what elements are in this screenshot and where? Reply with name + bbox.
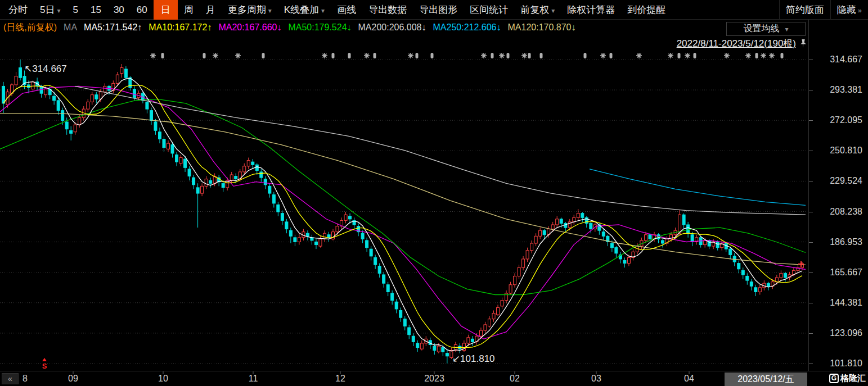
candle-body — [471, 339, 474, 342]
event-burst-icon[interactable] — [761, 53, 766, 58]
candle-body — [344, 215, 347, 220]
event-pill-icon[interactable] — [781, 53, 784, 58]
candle-body — [691, 235, 694, 242]
candlestick-chart-canvas[interactable]: ↖314.667↙101.810S — [0, 0, 808, 371]
candle-body — [615, 248, 618, 253]
price-axis-label: 208.238 — [830, 206, 862, 217]
burst-center — [483, 55, 485, 57]
time-axis-label: 12 — [335, 371, 345, 386]
toolbar-item-more-periods[interactable]: 更多周期▾ — [222, 0, 278, 20]
candle-body — [573, 217, 575, 222]
toolbar-item-timeframe-intraday[interactable]: 分时 — [2, 0, 34, 20]
toolbar-item-timeframe-weekly[interactable]: 周 — [178, 0, 200, 20]
date-range-link[interactable]: 2022/8/11-2023/5/12(190根) — [677, 37, 796, 50]
event-burst-icon[interactable] — [481, 53, 487, 58]
event-pill-icon[interactable] — [416, 53, 419, 58]
toolbar-right-group: 简约版面隐藏» — [779, 0, 868, 20]
event-burst-icon[interactable] — [745, 53, 751, 58]
toolbar-item-draw-line[interactable]: 画线 — [331, 0, 362, 20]
event-pill-icon[interactable] — [203, 53, 206, 58]
price-axis-label: 293.381 — [830, 84, 862, 96]
s-event-marker[interactable]: S — [42, 362, 47, 370]
event-burst-icon[interactable] — [600, 53, 606, 58]
event-pill-icon[interactable] — [755, 53, 758, 58]
event-burst-icon[interactable] — [213, 53, 218, 58]
toolbar-item-adjust-forward[interactable]: 前复权▾ — [514, 0, 561, 20]
candle-body — [251, 162, 254, 165]
candle-body — [222, 183, 224, 188]
toolbar-item-timeframe-30min[interactable]: 30 — [107, 0, 131, 20]
event-pill-icon[interactable] — [610, 53, 613, 58]
toolbar-item-kline-overlay[interactable]: K线叠加▾ — [278, 0, 331, 20]
event-pill-icon[interactable] — [507, 53, 510, 58]
candle-body — [44, 89, 47, 95]
time-axis-label: 02 — [510, 371, 520, 386]
toolbar-item-timeframe-daily[interactable]: 日 — [154, 0, 178, 20]
event-burst-icon[interactable] — [408, 53, 413, 58]
pin-icon[interactable] — [798, 39, 808, 48]
toolbar-item-timeframe-15min[interactable]: 15 — [84, 0, 107, 20]
ma200-value: MA200:206.008↓ — [358, 22, 426, 32]
event-pill-icon[interactable] — [374, 53, 376, 58]
event-burst-icon[interactable] — [364, 53, 370, 58]
toolbar-left-group: 分时5日▾5153060日周月更多周期▾K线叠加▾画线导出数据导出图形区间统计前… — [2, 0, 672, 20]
event-pill-icon[interactable] — [528, 53, 531, 58]
event-burst-icon[interactable] — [521, 53, 527, 58]
event-pill-icon[interactable] — [348, 53, 351, 58]
toolbar-item-timeframe-60min[interactable]: 60 — [131, 0, 154, 20]
event-pill-icon[interactable] — [491, 53, 494, 58]
burst-center — [771, 55, 773, 57]
ma10-value: MA10:167.172↑ — [149, 22, 212, 32]
event-pill-icon[interactable] — [332, 53, 335, 58]
candle-body — [501, 301, 503, 306]
candle-body — [370, 249, 372, 256]
candle-body — [610, 243, 613, 248]
candle-body — [176, 155, 178, 162]
event-burst-icon[interactable] — [724, 53, 730, 58]
candle-body — [133, 89, 136, 98]
event-markers-layer — [150, 53, 784, 58]
candle-body — [509, 285, 512, 293]
toolbar-item-export-data[interactable]: 导出数据 — [362, 0, 413, 20]
candle-body — [687, 225, 690, 233]
event-burst-icon[interactable] — [769, 53, 775, 58]
event-burst-icon[interactable] — [636, 53, 642, 58]
pager-left-button[interactable]: « — [2, 373, 19, 384]
candle-body — [230, 175, 233, 180]
candle-body — [678, 215, 681, 233]
candle-body — [497, 307, 500, 315]
candle-body — [467, 338, 470, 343]
toolbar-item-exright-calculator[interactable]: 除权计算器 — [561, 0, 621, 20]
event-pill-icon[interactable] — [540, 53, 543, 58]
event-pill-icon[interactable] — [431, 53, 434, 58]
event-burst-icon[interactable] — [499, 53, 505, 58]
ma-settings-button[interactable]: 设置均线 ▾ — [726, 22, 806, 36]
candle-body — [95, 95, 98, 99]
toolbar-item-hide-panel[interactable]: 隐藏» — [830, 0, 868, 20]
candle-body — [154, 122, 157, 130]
event-pill-icon[interactable] — [694, 53, 696, 58]
burst-center — [152, 55, 154, 57]
toolbar-item-export-image[interactable]: 导出图形 — [413, 0, 464, 20]
event-burst-icon[interactable] — [685, 53, 690, 58]
event-burst-icon[interactable] — [235, 53, 241, 58]
toolbar-item-range-stats[interactable]: 区间统计 — [464, 0, 514, 20]
event-pill-icon[interactable] — [584, 53, 587, 58]
toolbar-item-timeframe-5min[interactable]: 5 — [67, 0, 84, 20]
price-axis-tick — [809, 120, 813, 121]
event-pill-icon[interactable] — [678, 53, 681, 58]
toolbar-item-timeframe-5day[interactable]: 5日▾ — [34, 0, 67, 20]
event-burst-icon[interactable] — [322, 53, 327, 58]
event-burst-icon[interactable] — [150, 53, 156, 58]
event-burst-icon[interactable] — [668, 53, 673, 58]
toolbar-item-price-alert[interactable]: 到价提醒 — [621, 0, 672, 20]
s-event-triangle-icon[interactable] — [42, 358, 47, 361]
price-axis-tick — [809, 242, 813, 243]
ma-line-ma250 — [590, 169, 806, 206]
event-pill-icon[interactable] — [262, 53, 265, 58]
burst-center — [214, 55, 217, 57]
toolbar-item-simple-layout[interactable]: 简约版面 — [779, 0, 830, 20]
candle-body — [780, 273, 782, 278]
event-pill-icon[interactable] — [161, 53, 164, 58]
toolbar-item-timeframe-monthly[interactable]: 月 — [200, 0, 222, 20]
